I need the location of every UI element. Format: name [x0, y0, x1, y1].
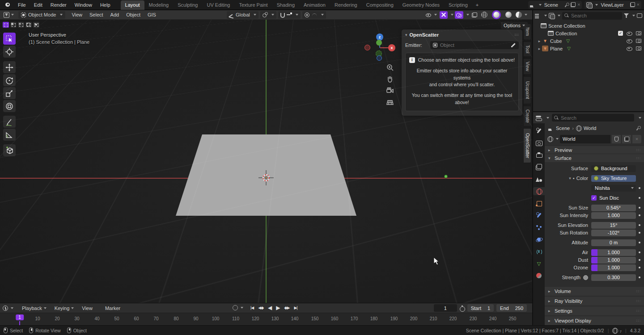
properties-editor-icon[interactable] [536, 115, 542, 121]
topbar-menu[interactable]: Render [47, 1, 71, 9]
gizmo-axis-x[interactable]: x [388, 44, 395, 51]
workspace-tab[interactable]: Texture Paint [234, 0, 272, 10]
object-type-icon[interactable] [542, 46, 548, 51]
xray-toggle[interactable] [470, 11, 479, 19]
outliner-row[interactable]: ▸ Collection ✓ [533, 29, 644, 37]
world-name-field[interactable]: World [560, 135, 610, 143]
world-icon[interactable] [547, 136, 553, 142]
extensions-globe-icon[interactable] [612, 328, 618, 333]
editor-type-button[interactable] [2, 12, 16, 18]
geometry-nodes-icon[interactable] [566, 38, 570, 43]
outliner-filter-mode-icon[interactable] [549, 13, 554, 18]
tab-object-data[interactable] [534, 260, 544, 268]
tab-physics[interactable] [534, 235, 544, 243]
tab-constraints[interactable] [534, 247, 544, 255]
overlays-toggle[interactable] [455, 11, 463, 19]
animate-dot[interactable] [639, 232, 640, 234]
shading-solid[interactable] [492, 11, 501, 19]
hide-in-viewport-icon[interactable] [627, 46, 632, 51]
add-workspace-button[interactable]: + [472, 1, 482, 9]
tab-tool[interactable] [534, 127, 544, 135]
geometry-nodes-icon[interactable] [567, 46, 571, 51]
tab-material[interactable] [534, 272, 544, 280]
tool-measure[interactable] [3, 129, 16, 141]
new-collection-icon[interactable] [637, 13, 642, 18]
collapsed-panel[interactable]: ▸ Viewport Display [545, 316, 644, 325]
auto-keying-toggle[interactable] [233, 305, 238, 310]
outliner-search-input[interactable]: Search [562, 12, 622, 20]
property-field[interactable]: Background [591, 165, 636, 172]
tab-scene[interactable] [534, 175, 544, 183]
expand-icon[interactable]: ▸ [537, 39, 542, 43]
animate-dot[interactable] [639, 224, 640, 226]
object-type-icon[interactable] [547, 30, 554, 36]
show-gizmo-toggle[interactable] [424, 11, 438, 19]
emitter-object-field[interactable]: Object [430, 41, 519, 49]
topbar-menu[interactable]: Help [96, 1, 114, 9]
pin-icon[interactable] [636, 126, 640, 130]
eyedropper-icon[interactable] [511, 42, 516, 48]
animate-dot[interactable] [639, 214, 640, 216]
property-field[interactable]: Nishita [591, 185, 636, 192]
transform-orientation[interactable]: Global [227, 11, 258, 19]
sidebar-tab[interactable]: Tool [523, 42, 531, 57]
disable-in-renders-icon[interactable] [636, 39, 641, 43]
disable-in-renders-icon[interactable] [636, 46, 641, 50]
drag-handle-icon[interactable] [514, 34, 519, 36]
orthographic-grid-icon[interactable] [386, 98, 394, 107]
breadcrumb-scene[interactable]: Scene [556, 126, 570, 131]
viewport-3d[interactable]: Object Mode ViewSelectAddObjectGIS Globa… [0, 10, 532, 303]
object-name[interactable]: Plane [550, 46, 563, 51]
property-field[interactable]: 15° [591, 222, 636, 229]
tab-object[interactable] [534, 199, 544, 207]
animate-dot[interactable] [639, 276, 640, 278]
outliner-row[interactable]: ▸ Scene Collection ✓ [533, 22, 644, 29]
property-field[interactable]: 1.000 [591, 264, 636, 271]
animate-dot[interactable] [639, 187, 640, 189]
disable-in-renders-icon[interactable] [636, 31, 641, 35]
property-field[interactable]: 0 m [591, 239, 636, 246]
workspace-tab[interactable]: Sculpting [173, 0, 202, 10]
hide-in-viewport-icon[interactable] [627, 38, 632, 43]
proportional-editing[interactable] [302, 11, 326, 19]
current-frame-field[interactable]: 1 [434, 304, 457, 312]
hide-in-viewport-icon[interactable] [627, 31, 632, 36]
tool-annotate[interactable] [3, 116, 16, 128]
animate-dot[interactable] [639, 259, 640, 261]
properties-search-input[interactable]: Search [552, 114, 634, 121]
prev-keyframe-button[interactable]: ◀◆ [256, 304, 265, 311]
viewport-menu[interactable]: Select [86, 11, 107, 18]
collapsed-panel[interactable]: ▸ Ray Visibility [545, 296, 644, 306]
shading-rendered[interactable] [514, 11, 529, 19]
collapsed-panel[interactable]: ▸ Settings [545, 306, 644, 315]
sidebar-tab[interactable]: OpenScatter [523, 128, 531, 163]
sidebar-tab[interactable]: Ucupaint [523, 76, 531, 104]
object-type-icon[interactable] [542, 38, 548, 44]
pin-icon[interactable] [564, 3, 569, 7]
close-scene-icon[interactable]: × [577, 2, 580, 7]
current-frame-badge[interactable]: 1 [16, 314, 24, 320]
sun-position-gizmo[interactable] [444, 175, 448, 178]
topbar-menu[interactable]: Edit [30, 1, 47, 9]
workspace-tab[interactable]: Shading [272, 0, 299, 10]
tool-cursor[interactable] [3, 46, 16, 58]
expand-icon[interactable]: ▾ [569, 176, 571, 180]
timeline-editor-icon[interactable] [3, 306, 8, 311]
select-mode-set[interactable] [3, 22, 9, 28]
property-field[interactable]: 0.545° [591, 205, 636, 211]
property-field[interactable]: 1.000 [591, 257, 636, 264]
workspace-tab[interactable]: Compositing [362, 0, 398, 10]
tool-move[interactable] [3, 61, 16, 73]
workspace-tab[interactable]: Modeling [144, 0, 174, 10]
object-name[interactable]: Scene Collection [548, 23, 585, 29]
mode-selector[interactable]: Object Mode [18, 11, 65, 19]
viewport-menu[interactable]: GIS [144, 11, 160, 18]
timeline-menu[interactable]: Marker [101, 304, 129, 312]
outliner-row[interactable]: ▸ Cube ✓ [533, 37, 644, 45]
animate-dot[interactable] [639, 197, 640, 199]
tool-rotate[interactable] [3, 74, 16, 86]
animate-dot[interactable] [639, 242, 640, 243]
zoom-tool-icon[interactable] [386, 63, 394, 72]
outliner-row[interactable]: ▸ Plane ✓ [533, 45, 644, 52]
frame-start-field[interactable]: Start1 [467, 304, 494, 312]
